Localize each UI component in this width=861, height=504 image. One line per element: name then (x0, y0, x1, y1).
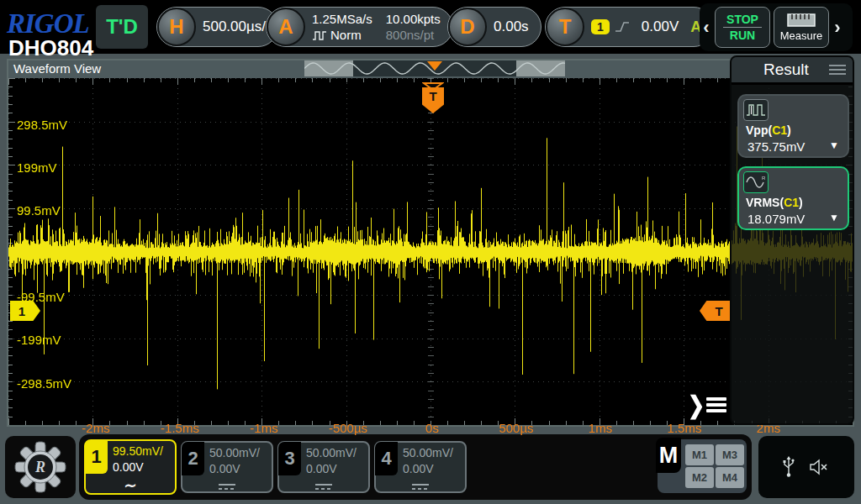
measurement-value: 375.75mV (747, 139, 805, 154)
timebase-overview-strip[interactable] (304, 60, 565, 76)
usb-icon[interactable] (782, 456, 795, 478)
acquire-mode: Norm (330, 27, 362, 43)
time-label: 1.5ms (668, 421, 702, 435)
time-label: 0s (425, 421, 439, 435)
delay-key-button[interactable]: D (448, 8, 487, 46)
toolbar-next-arrow[interactable]: › (831, 17, 844, 39)
channel-bar: 1 99.50mV/0.00V ∼ 2 50.00mV/0.00V 3 50.0… (79, 434, 752, 500)
dropdown-arrow-icon[interactable]: ▼ (829, 212, 839, 223)
channel-scale: 99.50mV/ (113, 444, 163, 459)
voltage-label: 298.5mV (17, 118, 67, 132)
time-label: 1ms (589, 421, 612, 435)
ruler-icon (787, 13, 816, 28)
delay-pill[interactable]: D 0.00s (447, 7, 541, 47)
waveform-view-title: Waveform View (13, 61, 101, 76)
measurement-source: C1 (784, 196, 799, 209)
svg-text:R: R (34, 459, 45, 475)
square-wave-icon (312, 29, 327, 41)
gear-icon: R (14, 441, 66, 493)
oscilloscope-screen: RIGOL T'D H 500.00µs/ A 1.25MSa/s Norm 1… (0, 0, 861, 504)
channel-number: 3 (278, 442, 301, 475)
toolbar-group: ‹ STOP RUN Measure › (700, 3, 853, 51)
delay-value: 0.00s (494, 18, 529, 35)
measurement-card-vrms[interactable]: R VRMS(C1) 18.079mV ▼ (737, 166, 849, 230)
vrms-waveform-icon: R (743, 171, 769, 193)
voltage-label: -199mV (17, 333, 61, 347)
acquire-depth: 10.00kpts 800ns/pt (386, 11, 441, 43)
measurement-card-vpp[interactable]: Vpp(C1) 375.75mV ▼ (737, 94, 849, 158)
toolbar-prev-arrow[interactable]: ‹ (700, 17, 713, 39)
trigger-status-badge[interactable]: T'D (96, 5, 148, 49)
time-label: -1.5ms (161, 421, 199, 435)
channel-scale: 50.00mV/ (306, 445, 357, 461)
channel-offset: 0.00V (209, 461, 260, 477)
channel-2-button[interactable]: 2 50.00mV/0.00V (181, 441, 273, 493)
voltage-label: -298.5mV (17, 376, 71, 391)
math-key-button[interactable]: M (656, 438, 681, 473)
channel-scale: 50.00mV/ (403, 445, 453, 461)
measurement-label: VRMS(C1) (746, 196, 803, 209)
speaker-muted-icon[interactable] (809, 458, 831, 476)
time-label: 500µs (499, 421, 533, 435)
top-bar: RIGOL T'D H 500.00µs/ A 1.25MSa/s Norm 1… (0, 0, 861, 54)
trigger-level-value: 0.00V (642, 18, 679, 35)
model-name: DHO804 (8, 35, 93, 61)
trigger-source-badge: 1 (591, 19, 610, 34)
sample-rate: 1.25MSa/s (312, 11, 372, 27)
waveform-view-window: Waveform View T 298.5mV 199mV 99.5mV -99… (7, 59, 854, 427)
horizontal-scale-pill[interactable]: H 500.00µs/ (156, 7, 278, 47)
time-label: -500µs (329, 421, 367, 435)
status-box (758, 436, 854, 498)
channel-offset: 0.00V (113, 459, 163, 475)
trigger-pill[interactable]: T 1 0.00V A (545, 7, 714, 47)
channel-3-button[interactable]: 3 50.00mV/0.00V (277, 441, 370, 493)
waveform-canvas (8, 78, 853, 425)
stop-label: STOP (723, 13, 762, 28)
measure-label: Measure (780, 29, 823, 42)
channel-number: 1 (85, 440, 108, 474)
measure-button[interactable]: Measure (774, 7, 829, 48)
result-panel-header[interactable]: Result (732, 57, 853, 85)
dc-coupling-icon (412, 484, 429, 490)
math-m1-button[interactable]: M1 (685, 444, 714, 465)
measurement-value: 18.079mV (747, 212, 805, 226)
channel-1-button[interactable]: 1 99.50mV/0.00V ∼ (84, 439, 177, 495)
channel-number: 2 (182, 442, 204, 475)
channel-offset: 0.00V (403, 461, 453, 477)
memory-depth: 10.00kpts (386, 11, 441, 27)
trigger-key-button[interactable]: T (546, 8, 584, 46)
graticule-area[interactable] (8, 78, 853, 425)
ac-coupling-icon: ∼ (124, 480, 136, 491)
rising-edge-icon (615, 19, 630, 34)
math-m4-button[interactable]: M4 (716, 467, 744, 488)
channel-scale: 50.00mV/ (209, 445, 260, 461)
result-panel: Result Vpp(C1) 375.75mV ▼ R VRMS(C1) 18.… (730, 55, 854, 425)
stop-run-button[interactable]: STOP RUN (715, 7, 770, 48)
result-menu-icon[interactable] (829, 62, 846, 77)
time-label: -1ms (250, 421, 277, 435)
channel-offset: 0.00V (306, 461, 357, 477)
horizontal-key-button[interactable]: H (157, 8, 196, 46)
math-m2-button[interactable]: M2 (685, 467, 714, 488)
measurement-label: Vpp(C1) (746, 123, 791, 137)
math-m3-button[interactable]: M3 (716, 444, 744, 465)
svg-text:R: R (762, 176, 766, 181)
acquire-rate-mode: 1.25MSa/s Norm (312, 11, 372, 43)
sample-interval: 800ns/pt (386, 27, 441, 43)
result-panel-title: Result (763, 60, 829, 79)
rigol-gear-logo[interactable]: R (5, 436, 76, 498)
vpp-waveform-icon (743, 99, 769, 121)
horizontal-scale-value: 500.00µs/ (203, 18, 266, 35)
acquire-pill[interactable]: A 1.25MSa/s Norm 10.00kpts 800ns/pt (266, 7, 453, 47)
channel-number: 4 (375, 442, 398, 475)
channel-4-button[interactable]: 4 50.00mV/0.00V (374, 441, 467, 493)
dropdown-arrow-icon[interactable]: ▼ (829, 139, 839, 151)
expand-menu-icon[interactable]: ❯ (688, 393, 726, 417)
math-group: M M1 M3 M2 M4 (658, 439, 747, 493)
run-label: RUN (730, 28, 755, 42)
voltage-label: 99.5mV (17, 203, 61, 218)
measurement-source: C1 (772, 123, 787, 137)
dc-coupling-icon (219, 484, 235, 490)
acquire-key-button[interactable]: A (267, 8, 305, 46)
time-label: -2ms (82, 421, 109, 435)
